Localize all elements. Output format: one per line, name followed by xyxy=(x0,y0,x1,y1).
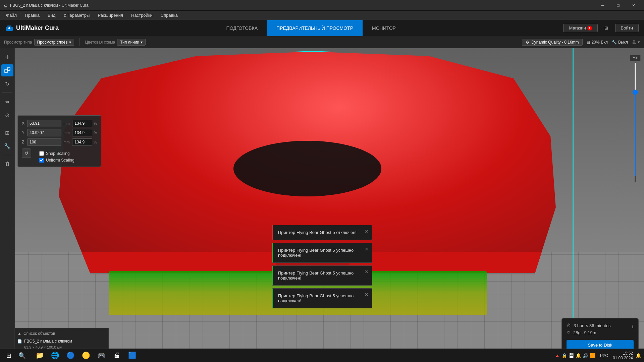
toast-1-close[interactable]: ✕ xyxy=(365,229,369,234)
taskbar-app-steam[interactable]: 🎮 xyxy=(94,349,109,362)
menu-extensions[interactable]: Расширения xyxy=(94,12,126,18)
uniform-scaling-label: Uniform Scaling xyxy=(46,158,74,163)
taskbar-time: 15:52 xyxy=(613,351,633,356)
taskbar-icon-2[interactable]: 🔒 xyxy=(561,353,567,358)
color-scheme-group: Цветовая схема Тип линии ▾ xyxy=(85,39,146,46)
sidebar-move-icon[interactable]: ✛ xyxy=(1,51,13,63)
snap-scaling-label: Snap Scaling xyxy=(46,151,70,156)
taskbar-app-chrome[interactable]: 🟡 xyxy=(78,349,93,362)
object-list-header[interactable]: ▲ Список объектов xyxy=(17,331,106,336)
scale-y-pct-sign: % xyxy=(94,131,97,135)
taskbar-app-explorer[interactable]: 📁 xyxy=(32,349,47,362)
nav-right: Магазин 1 ⊞ Войти xyxy=(563,23,639,33)
menu-file[interactable]: Файл xyxy=(3,12,20,18)
nav-tabs: ПОДГОТОВКА ПРЕДВАРИТЕЛЬНЫЙ ПРОСМОТР МОНИ… xyxy=(217,20,405,36)
menu-view[interactable]: Вид xyxy=(44,12,59,18)
minimize-button[interactable]: ─ xyxy=(595,0,610,11)
taskbar-app-extra[interactable]: 🟦 xyxy=(125,349,140,362)
login-label: Войти xyxy=(621,25,633,31)
menu-help[interactable]: Справка xyxy=(157,12,181,18)
login-button[interactable]: Войти xyxy=(615,24,639,32)
taskbar-icon-3[interactable]: 💾 xyxy=(569,353,574,358)
sidebar-scale-icon[interactable] xyxy=(1,64,13,76)
tab-monitor[interactable]: МОНИТОР xyxy=(363,20,405,36)
view-type-select[interactable]: Просмотр слоёв ▾ xyxy=(34,39,74,46)
quality-button[interactable]: ⚙ Dynamic Quality - 0.16mm xyxy=(522,39,582,46)
scale-y-row: Y mm % xyxy=(22,129,97,136)
menu-settings[interactable]: Настройки xyxy=(128,12,156,18)
uniform-scaling-checkbox[interactable] xyxy=(39,158,44,163)
uniform-scaling-row: Uniform Scaling xyxy=(39,158,74,163)
scale-extras: ↺ Snap Scaling Uniform Scaling xyxy=(22,148,97,163)
taskbar-icon-4[interactable]: 🔔 xyxy=(576,353,581,358)
taskbar-icon-network[interactable]: 📶 xyxy=(590,353,595,358)
taskbar: ⊞ 🔍 📁 🌐 🔵 🟡 🎮 🖨 🟦 🔺 🔒 💾 🔔 🔊 📶 РУС 15:52 … xyxy=(0,349,644,362)
range-track[interactable] xyxy=(635,62,636,182)
toast-4: Принтер Flying Bear Ghost 5 успешно подк… xyxy=(272,288,372,308)
notification-button[interactable]: 🔔 xyxy=(636,353,641,358)
title-bar: 🖨 FBG5_2 пальца с ключом - UltiMaker Cur… xyxy=(0,0,644,11)
maximize-button[interactable]: □ xyxy=(610,0,626,11)
sidebar-divider-2 xyxy=(2,124,12,124)
range-slider[interactable]: 750 xyxy=(630,55,641,182)
tab-preview[interactable]: ПРЕДВАРИТЕЛЬНЫЙ ПРОСМОТР xyxy=(267,20,363,36)
sidebar-delete-icon[interactable]: 🗑 xyxy=(1,158,13,170)
scale-x-label: X xyxy=(22,121,27,126)
sidebar-view-icon[interactable]: ⊙ xyxy=(1,109,13,121)
start-button[interactable]: ⊞ xyxy=(3,350,15,362)
taskbar-system-icons: 🔺 🔒 💾 🔔 🔊 📶 xyxy=(554,353,595,358)
view-type-label: Просмотр типа xyxy=(4,40,32,45)
snap-scaling-checkbox[interactable] xyxy=(39,151,44,156)
toolbar-right: ⚙ Dynamic Quality - 0.16mm ▦ 20% Вкл 🔧 В… xyxy=(522,39,640,46)
taskbar-icon-1[interactable]: 🔺 xyxy=(554,353,560,358)
object-item-name: FBG5_2 пальца с ключом xyxy=(24,339,72,344)
toolbar: Просмотр типа Просмотр слоёв ▾ Цветовая … xyxy=(0,36,644,48)
scale-y-input[interactable] xyxy=(27,129,61,136)
sidebar-skin-icon[interactable]: 🔧 xyxy=(1,140,13,152)
infill-icon: ▦ xyxy=(587,40,590,45)
scale-z-pct[interactable] xyxy=(72,138,92,146)
view-type-value: Просмотр слоёв xyxy=(37,40,68,45)
toast-3: Принтер Flying Bear Ghost 5 успешно подк… xyxy=(272,265,372,286)
menu-edit[interactable]: Правка xyxy=(21,12,43,18)
scale-z-input[interactable] xyxy=(27,138,61,146)
scale-x-unit: mm xyxy=(63,121,70,125)
print-material: 28g · 9.19m xyxy=(573,330,596,335)
view-type-group: Просмотр типа Просмотр слоёв ▾ xyxy=(4,39,74,46)
reset-scale-button[interactable]: ↺ xyxy=(22,148,31,158)
material-icon: ⚖ xyxy=(567,330,571,335)
scale-y-pct[interactable] xyxy=(72,129,92,136)
taskbar-app-ie[interactable]: 🔵 xyxy=(63,349,78,362)
scale-x-row: X mm % xyxy=(22,120,97,127)
scale-x-pct[interactable] xyxy=(72,120,92,127)
info-icon[interactable]: ℹ xyxy=(632,324,634,329)
snap-scaling-row: Snap Scaling xyxy=(39,151,74,156)
sidebar-rotate-icon[interactable]: ↻ xyxy=(1,78,13,90)
canvas-area[interactable]: 750 xyxy=(15,48,644,362)
close-button[interactable]: ✕ xyxy=(626,0,641,11)
nav-bar: UltiMaker Cura ПОДГОТОВКА ПРЕДВАРИТЕЛЬНЫ… xyxy=(0,20,644,36)
viewport[interactable]: 750 ✛ ↻ ⇔ ⊙ ⊞ 🔧 🗑 X mm xyxy=(0,48,644,362)
tab-prepare[interactable]: ПОДГОТОВКА xyxy=(217,20,267,36)
color-scheme-select[interactable]: Тип линии ▾ xyxy=(117,39,146,46)
support-icon: 🔧 xyxy=(612,40,617,45)
menu-params[interactable]: &Параметры xyxy=(60,12,93,18)
toast-3-close[interactable]: ✕ xyxy=(365,269,369,275)
save-label: Save to Disk xyxy=(588,343,612,348)
taskbar-app-cura[interactable]: 🖨 xyxy=(109,349,124,362)
sidebar-support-icon[interactable]: ⊞ xyxy=(1,127,13,139)
range-input[interactable] xyxy=(635,62,636,176)
store-button[interactable]: Магазин 1 xyxy=(563,24,597,32)
grid-icon[interactable]: ⊞ xyxy=(602,23,611,33)
taskbar-icon-5[interactable]: 🔊 xyxy=(583,353,588,358)
search-button[interactable]: 🔍 xyxy=(16,350,28,362)
extra-chevron[interactable]: ▾ xyxy=(638,40,640,45)
scale-x-input[interactable] xyxy=(27,120,61,127)
quality-label: Dynamic Quality - 0.16mm xyxy=(531,40,579,45)
sidebar-mirror-icon[interactable]: ⇔ xyxy=(1,96,13,108)
scale-y-label: Y xyxy=(22,130,27,135)
toast-4-close[interactable]: ✕ xyxy=(365,292,369,297)
toast-4-text: Принтер Flying Bear Ghost 5 успешно подк… xyxy=(278,293,354,303)
taskbar-app-edge[interactable]: 🌐 xyxy=(48,349,62,362)
toast-2-close[interactable]: ✕ xyxy=(365,246,369,252)
